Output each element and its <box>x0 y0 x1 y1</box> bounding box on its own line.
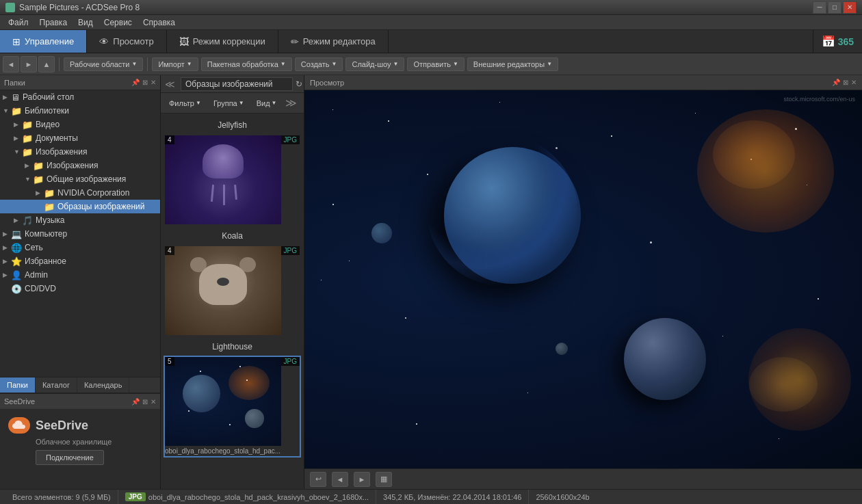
seedrive-menu-icon[interactable]: ⊠ <box>142 398 148 406</box>
thumb-jellyfish-img <box>165 135 281 224</box>
preview-area: stock.microsoft.com/en-us <box>304 90 862 468</box>
editors-button[interactable]: Внешние редакторы ▼ <box>467 57 558 71</box>
thumb-jellyfish[interactable]: 4 JPG <box>165 135 300 224</box>
tree-item-nvidia[interactable]: ▶ 📁 NVIDIA Corporation <box>0 186 160 200</box>
menu-service[interactable]: Сервис <box>99 16 138 29</box>
tree-item-favorites[interactable]: ▶ ⭐ Избранное <box>0 254 160 268</box>
tree-item-samples[interactable]: 📁 Образцы изображений <box>0 200 160 213</box>
tree-item-images-sub[interactable]: ▶ 📁 Изображения <box>0 159 160 172</box>
tree-item-shared[interactable]: ▼ 📁 Общие изображения <box>0 172 160 186</box>
refresh-button[interactable]: ↻ <box>296 77 302 91</box>
thumb-badge-jellyfish: 4 <box>165 135 174 144</box>
tab-calendar[interactable]: Календарь <box>77 377 130 393</box>
tab-folders[interactable]: Папки <box>0 377 36 393</box>
thumb-star5 <box>229 424 231 425</box>
star-s5 <box>695 113 696 114</box>
thumb-lighthouse-img <box>165 357 281 446</box>
menu-file[interactable]: Файл <box>3 16 34 29</box>
admin-icon: 👤 <box>11 270 22 280</box>
thumb-koala[interactable]: 4 JPG <box>165 246 300 335</box>
tree-arrow-shared: ▼ <box>25 176 33 183</box>
thumb-nebula <box>228 366 270 400</box>
tree-item-computer[interactable]: ▶ 💻 Компьютер <box>0 227 160 241</box>
tree-item-images-root[interactable]: ▼ 📁 Изображения <box>0 145 160 159</box>
star-s14 <box>416 423 417 425</box>
seedrive-name: SeeDrive <box>36 419 88 433</box>
preview-pin-icon[interactable]: 📌 <box>832 79 840 86</box>
preview-planet-small1 <box>371 223 392 243</box>
address-input[interactable] <box>181 77 293 91</box>
preview-menu-icon[interactable]: ⊠ <box>843 79 848 86</box>
group-button[interactable]: Группа ▼ <box>209 98 248 109</box>
preview-bottom-bar: ↩ ◄ ► ▦ <box>304 468 862 489</box>
batch-arrow-icon: ▼ <box>280 61 286 67</box>
left-panel: Папки 📌 ⊠ ✕ ▶ 🖥 Рабочий стол ▼ 📁 Библиот… <box>0 75 161 489</box>
tree-item-desktop[interactable]: ▶ 🖥 Рабочий стол <box>0 90 160 104</box>
tree-label-samples: Образцы изображений <box>57 202 144 211</box>
prev-nav-button[interactable]: ↩ <box>310 472 326 487</box>
minimize-button[interactable]: ─ <box>813 1 826 14</box>
bottom-tabs: Папки Каталог Календарь <box>0 377 160 393</box>
menu-edit[interactable]: Правка <box>34 16 73 29</box>
preview-planet-large <box>444 147 581 284</box>
import-button[interactable]: Импорт ▼ <box>152 57 198 71</box>
star-bright1 <box>556 147 558 149</box>
status-total: Всего элементов: 9 (5,9 МБ) <box>5 490 118 504</box>
thumb-format-lighthouse: JPG <box>281 357 300 366</box>
tree-item-music[interactable]: ▶ 🎵 Музыка <box>0 213 160 227</box>
back-button[interactable]: ◄ <box>3 56 19 72</box>
panel-close-icon[interactable]: ✕ <box>151 79 156 86</box>
maximize-button[interactable]: □ <box>828 1 841 14</box>
status-dims: 2560x1600x24b <box>529 490 596 504</box>
toolbar-sep-2 <box>147 57 148 71</box>
tree-item-video[interactable]: ▶ 📁 Видео <box>0 118 160 131</box>
tab-manage-label: Управление <box>25 36 74 47</box>
batch-button[interactable]: Пакетная обработка ▼ <box>201 57 292 71</box>
tree-arrow-images-sub: ▶ <box>25 162 33 169</box>
prev-forward-button[interactable]: ► <box>354 472 370 487</box>
close-button[interactable]: ✕ <box>843 1 857 14</box>
create-button[interactable]: Создать ▼ <box>295 57 343 71</box>
send-button[interactable]: Отправить ▼ <box>407 57 464 71</box>
slideshow-button[interactable]: Слайд-шоу ▼ <box>345 57 404 71</box>
badge-365-icon: 📅 <box>822 35 835 48</box>
watermark: stock.microsoft.com/en-us <box>783 96 855 103</box>
tree-label-video: Видео <box>36 120 60 129</box>
menu-help[interactable]: Справка <box>138 16 181 29</box>
seedrive-pin-icon[interactable]: 📌 <box>131 398 140 406</box>
prev-layout-button[interactable]: ▦ <box>376 472 392 487</box>
tree-item-docs[interactable]: ▶ 📁 Документы <box>0 131 160 145</box>
view-label: Вид <box>257 99 270 107</box>
tree-item-network[interactable]: ▶ 🌐 Сеть <box>0 241 160 254</box>
tree-arrow-desktop: ▶ <box>3 94 11 101</box>
tree-label-favorites: Избранное <box>25 256 66 266</box>
tab-view[interactable]: 👁 Просмотр <box>87 30 166 53</box>
import-arrow-icon: ▼ <box>187 61 192 67</box>
folders-panel-header: Папки 📌 ⊠ ✕ <box>0 75 160 90</box>
workspace-button[interactable]: Рабочие области ▼ <box>64 57 143 71</box>
pin-icon[interactable]: 📌 <box>131 79 140 86</box>
panel-menu-icon[interactable]: ⊠ <box>142 79 148 86</box>
forward-button[interactable]: ► <box>21 56 37 72</box>
tab-365[interactable]: 📅 365 <box>813 30 862 53</box>
up-button[interactable]: ▲ <box>38 56 55 72</box>
tree-item-admin[interactable]: ▶ 👤 Admin <box>0 268 160 282</box>
seedrive-connect-button[interactable]: Подключение <box>36 450 104 465</box>
menu-view[interactable]: Вид <box>73 16 99 29</box>
toolbar: ◄ ► ▲ Рабочие области ▼ Импорт ▼ Пакетна… <box>0 53 862 75</box>
tree-item-cd[interactable]: 💿 CD/DVD <box>0 282 160 295</box>
star-s11 <box>722 336 723 336</box>
prev-back-button[interactable]: ◄ <box>332 472 348 487</box>
tab-catalog[interactable]: Каталог <box>36 377 77 393</box>
seedrive-close-icon[interactable]: ✕ <box>151 398 156 406</box>
tree-item-libraries[interactable]: ▼ 📁 Библиотеки <box>0 104 160 118</box>
thumb-lighthouse[interactable]: 5 JPG oboi_dlya_rabochego_stola_hd_pac..… <box>165 357 300 456</box>
expand-panel-icon[interactable]: ≫ <box>285 96 300 109</box>
images-sub-icon: 📁 <box>33 161 44 171</box>
tab-develop[interactable]: 🖼 Режим коррекции <box>167 30 278 53</box>
preview-close-icon[interactable]: ✕ <box>851 79 857 86</box>
view-button[interactable]: Вид ▼ <box>252 98 281 109</box>
tab-manage[interactable]: ⊞ Управление <box>0 30 87 53</box>
filter-button[interactable]: Фильтр ▼ <box>165 98 205 109</box>
tab-edit[interactable]: ✏ Режим редактора <box>278 30 389 53</box>
